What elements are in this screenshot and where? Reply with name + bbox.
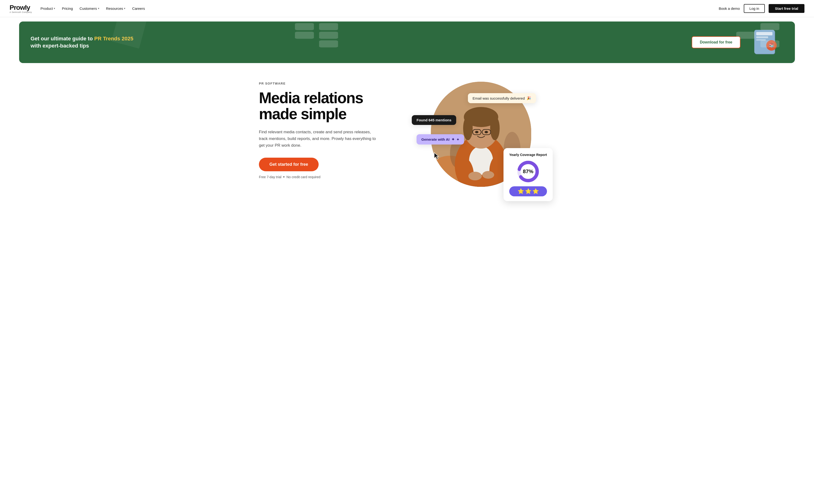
hero-section: PR SOFTWARE Media relations made simple … (240, 67, 574, 225)
ai-text: Generate with AI (421, 137, 450, 141)
chevron-down-icon: ▾ (54, 7, 55, 10)
svg-rect-0 (295, 23, 314, 30)
banner-title: Get our ultimate guide to PR Trends 2025… (31, 35, 140, 49)
banner-illustration: 📚 (748, 29, 783, 55)
celebration-icon: 🎉 (527, 96, 531, 100)
svg-point-34 (468, 172, 482, 180)
navbar: Prowly A Semrush Company Product ▾ Prici… (0, 0, 814, 17)
navbar-right: Book a demo Log in Start free trial (719, 4, 804, 13)
start-trial-button[interactable]: Start free trial (769, 4, 804, 13)
navbar-left: Prowly A Semrush Company Product ▾ Prici… (10, 4, 145, 13)
email-text: Email was successfully delivered (473, 96, 525, 100)
svg-point-25 (463, 116, 473, 140)
hero-left: PR SOFTWARE Media relations made simple … (259, 82, 393, 179)
nav-pricing[interactable]: Pricing (62, 6, 73, 11)
get-started-button[interactable]: Get started for free (259, 158, 319, 171)
float-email-card: Email was successfully delivered 🎉 (468, 93, 536, 103)
banner-highlight: PR Trends 2025 (94, 36, 133, 42)
nav-links: Product ▾ Pricing Customers ▾ Resources … (41, 6, 145, 11)
cursor-icon (433, 152, 440, 161)
hero-description: Find relevant media contacts, create and… (259, 129, 378, 149)
float-mentions-card: Found 645 mentions (412, 115, 456, 125)
hero-disclaimer: Free 7-day trial No credit card required (259, 175, 393, 179)
float-ai-card[interactable]: Generate with AI ✦ ✦ (417, 134, 464, 145)
brand-tagline: A Semrush Company (10, 11, 32, 13)
hero-right: Email was successfully delivered 🎉 (407, 82, 555, 206)
svg-text:📚: 📚 (769, 43, 774, 48)
banner-image-area: 📚 (740, 29, 783, 55)
logo[interactable]: Prowly A Semrush Company (10, 4, 32, 13)
banner-text: Get our ultimate guide to PR Trends 2025… (31, 35, 692, 49)
nav-product[interactable]: Product ▾ (41, 6, 55, 11)
sparkle-icon: ✦ (451, 137, 455, 142)
download-button[interactable]: Download for free (692, 36, 740, 48)
star-rating: ⭐ ⭐ ⭐ (509, 186, 547, 196)
chevron-down-icon: ▾ (98, 7, 99, 10)
svg-rect-1 (319, 23, 338, 30)
nav-careers[interactable]: Careers (132, 6, 145, 11)
bullet-icon (283, 176, 284, 177)
nav-resources[interactable]: Resources ▾ (106, 6, 126, 11)
svg-point-30 (475, 131, 478, 133)
hero-eyebrow: PR SOFTWARE (259, 82, 393, 85)
svg-rect-12 (756, 39, 766, 41)
star-icon-1: ⭐ (518, 188, 524, 194)
mentions-text: Found 645 mentions (417, 118, 451, 122)
nav-customers[interactable]: Customers ▾ (80, 6, 99, 11)
book-demo-button[interactable]: Book a demo (719, 6, 740, 11)
star-icon-2: ⭐ (525, 188, 531, 194)
chevron-down-icon: ▾ (124, 7, 125, 10)
svg-rect-11 (756, 36, 768, 38)
star-icon-3: ⭐ (532, 188, 539, 194)
banner-cta-wrap: Download for free (692, 36, 740, 48)
svg-rect-10 (756, 32, 772, 35)
svg-point-35 (482, 171, 494, 179)
promo-banner: Get our ultimate guide to PR Trends 2025… (19, 21, 795, 63)
svg-point-26 (490, 116, 500, 140)
report-title: Yearly Coverage Report (509, 153, 547, 157)
hero-title: Media relations made simple (259, 90, 393, 122)
float-report-card: Yearly Coverage Report 87% ⭐ ⭐ ⭐ (503, 148, 553, 201)
svg-point-31 (485, 131, 488, 133)
login-button[interactable]: Log in (744, 4, 765, 13)
report-percent: 87% (523, 168, 533, 175)
brand-name: Prowly (10, 4, 32, 11)
